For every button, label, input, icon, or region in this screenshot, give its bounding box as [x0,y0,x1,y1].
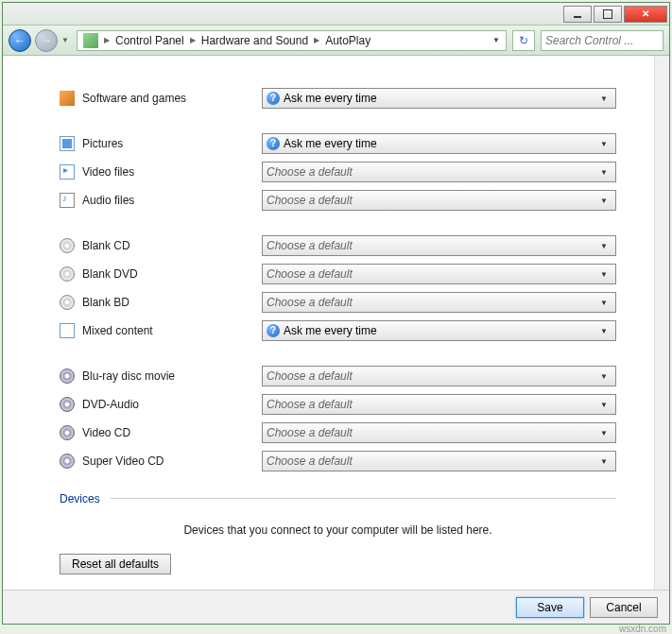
combo-text: Ask me every time [284,92,596,105]
chevron-down-icon: ▼ [596,168,612,177]
label-vcd: Video CD [82,426,262,439]
bluray-icon [60,368,75,384]
label-video: Video files [82,165,262,179]
question-icon: ? [267,92,280,105]
save-button[interactable]: Save [516,597,584,618]
address-bar[interactable]: ▶ Control Panel ▶ Hardware and Sound ▶ A… [77,30,507,51]
combo-dvdaudio[interactable]: Choose a default ▼ [262,394,616,415]
chevron-down-icon: ▼ [596,457,612,466]
label-dvdaudio: DVD-Audio [82,398,262,411]
row-bluray: Blu-ray disc movie Choose a default ▼ [60,362,616,390]
combo-text: Choose a default [267,194,596,207]
chevron-down-icon: ▼ [596,197,612,205]
chevron-down-icon: ▼ [596,140,612,148]
label-software: Software and games [82,92,262,105]
vertical-scrollbar[interactable] [654,56,669,590]
maximize-button[interactable] [594,6,622,23]
chevron-down-icon: ▼ [596,299,612,307]
disc-icon [60,238,75,253]
back-button[interactable] [9,29,31,52]
disc-icon [60,295,75,310]
refresh-button[interactable]: ↻ [512,30,535,51]
minimize-button[interactable] [563,6,592,23]
autoplay-pane: Software and games ? Ask me every time ▼… [3,56,654,590]
row-software: Software and games ? Ask me every time ▼ [60,84,616,112]
row-audio: Audio files Choose a default ▼ [60,186,616,214]
label-bluray: Blu-ray disc movie [82,369,262,383]
search-input[interactable] [545,34,672,47]
label-audio: Audio files [82,194,262,207]
row-dvdaudio: DVD-Audio Choose a default ▼ [60,390,616,419]
row-blank-cd: Blank CD Choose a default ▼ [60,231,616,260]
breadcrumb-leaf[interactable]: AutoPlay [321,34,374,47]
divider [111,498,616,499]
combo-svcd[interactable]: Choose a default ▼ [262,451,616,471]
close-button[interactable] [624,6,667,23]
row-blank-dvd: Blank DVD Choose a default ▼ [60,260,616,288]
combo-video[interactable]: Choose a default ▼ [262,162,616,182]
row-vcd: Video CD Choose a default ▼ [60,419,616,447]
combo-text: Ask me every time [284,324,596,337]
devices-note: Devices that you connect to your compute… [60,523,616,537]
combo-text: Choose a default [267,239,596,252]
combo-text: Ask me every time [284,137,596,150]
combo-blank-dvd[interactable]: Choose a default ▼ [262,264,616,284]
disc-icon [60,425,75,440]
combo-blank-cd[interactable]: Choose a default ▼ [262,235,616,256]
disc-icon [60,454,75,469]
combo-text: Choose a default [267,369,596,383]
combo-text: Choose a default [267,296,596,309]
cancel-button[interactable]: Cancel [590,597,658,618]
combo-pictures[interactable]: ? Ask me every time ▼ [262,133,616,154]
chevron-down-icon: ▼ [596,242,612,250]
row-svcd: Super Video CD Choose a default ▼ [60,447,616,475]
chevron-down-icon: ▼ [596,429,612,437]
address-dropdown[interactable]: ▼ [489,36,504,44]
breadcrumb-mid[interactable]: Hardware and Sound [198,34,312,47]
combo-bluray[interactable]: Choose a default ▼ [262,366,616,386]
content-area: Software and games ? Ask me every time ▼… [3,56,669,590]
label-blank-bd: Blank BD [82,296,262,309]
search-box[interactable]: 🔍 [541,30,663,51]
disc-icon [60,266,75,282]
disc-icon [60,397,75,412]
combo-text: Choose a default [267,398,596,411]
combo-vcd[interactable]: Choose a default ▼ [262,422,616,443]
label-mixed: Mixed content [82,324,262,337]
reset-defaults-button[interactable]: Reset all defaults [60,554,171,574]
chevron-down-icon: ▼ [596,94,612,103]
combo-text: Choose a default [267,267,596,281]
navigation-bar: ▼ ▶ Control Panel ▶ Hardware and Sound ▶… [3,26,669,56]
question-icon: ? [267,324,280,337]
chevron-down-icon: ▼ [596,270,612,279]
pictures-icon [60,136,75,151]
chevron-down-icon: ▼ [596,327,612,335]
combo-text: Choose a default [267,165,596,179]
forward-button[interactable] [35,29,58,52]
row-pictures: Pictures ? Ask me every time ▼ [60,129,616,158]
chevron-right-icon: ▶ [102,36,112,44]
row-video: Video files Choose a default ▼ [60,158,616,186]
titlebar [3,3,669,26]
mixed-content-icon [60,323,75,338]
watermark: wsxdn.com [619,624,666,634]
combo-text: Choose a default [267,454,596,468]
label-blank-cd: Blank CD [82,239,262,252]
combo-blank-bd[interactable]: Choose a default ▼ [262,292,616,313]
label-blank-dvd: Blank DVD [82,267,262,281]
chevron-right-icon: ▶ [188,36,198,44]
software-icon [60,91,75,106]
footer-bar: Save Cancel [3,590,669,624]
audio-icon [60,193,75,208]
history-dropdown[interactable]: ▼ [61,29,73,52]
control-panel-window: ▼ ▶ Control Panel ▶ Hardware and Sound ▶… [2,2,670,625]
chevron-down-icon: ▼ [596,372,612,381]
location-icon [83,33,98,48]
label-pictures: Pictures [82,137,262,150]
combo-mixed[interactable]: ? Ask me every time ▼ [262,320,616,341]
question-icon: ? [267,137,280,150]
combo-audio[interactable]: Choose a default ▼ [262,190,616,211]
breadcrumb-root[interactable]: Control Panel [112,34,188,47]
combo-software[interactable]: ? Ask me every time ▼ [262,88,616,109]
chevron-down-icon: ▼ [596,401,612,409]
